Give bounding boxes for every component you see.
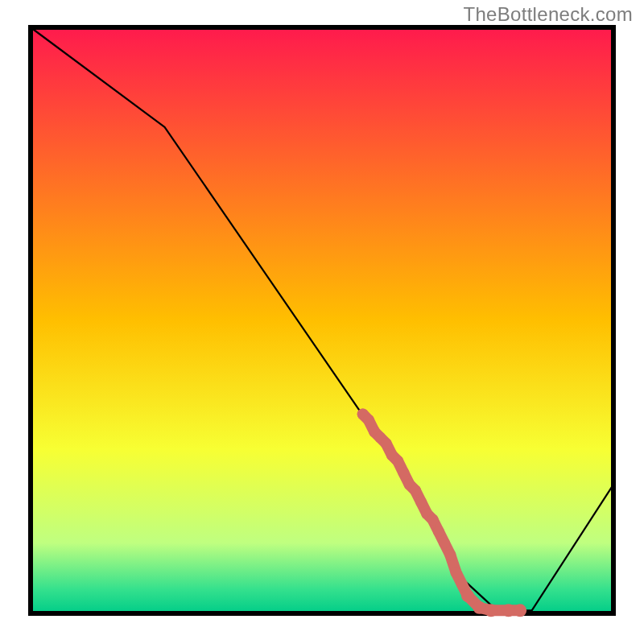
- watermark-text: TheBottleneck.com: [463, 3, 633, 26]
- marker-dot: [444, 549, 456, 560]
- marker-dot: [410, 485, 421, 496]
- marker-dot: [392, 456, 403, 467]
- marker-dot: [363, 415, 374, 426]
- marker-dot: [398, 467, 409, 478]
- marker-dot: [456, 579, 468, 590]
- marker-dot: [381, 438, 392, 449]
- chart-container: TheBottleneck.com: [0, 0, 644, 644]
- marker-dot: [439, 538, 450, 549]
- marker-dot: [415, 497, 427, 508]
- marker-dot: [473, 601, 485, 614]
- marker-dot: [461, 589, 474, 602]
- marker-dot: [427, 514, 439, 526]
- chart-background: [31, 27, 613, 613]
- marker-dot: [451, 567, 462, 578]
- bottleneck-chart: [0, 0, 644, 644]
- marker-dot: [485, 604, 497, 617]
- marker-dot: [502, 604, 515, 617]
- marker-dot: [514, 604, 526, 617]
- marker-dot: [433, 526, 444, 537]
